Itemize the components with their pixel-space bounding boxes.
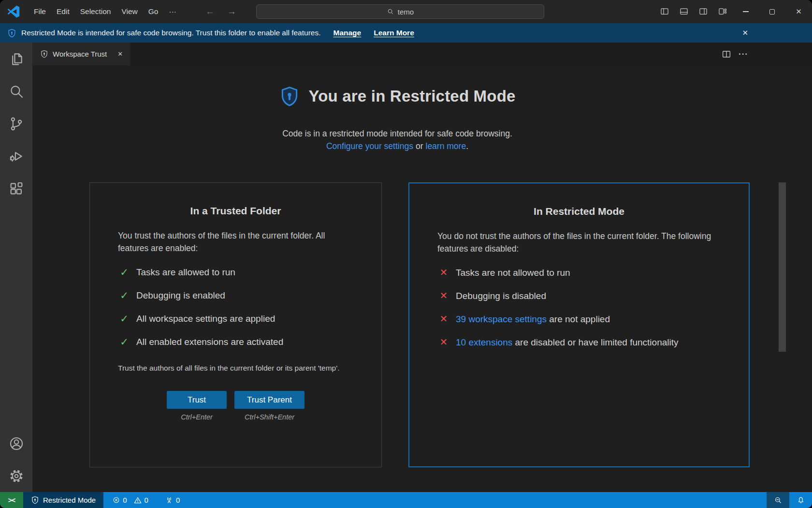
command-center-search[interactable]: temo [256,4,544,19]
zoom-out-status[interactable] [767,492,789,508]
customize-layout-icon[interactable] [713,0,732,23]
page-title: You are in Restricted Mode [308,87,515,105]
menu-edit[interactable]: Edit [51,5,75,18]
x-icon: ✕ [437,289,450,302]
banner-message: Restricted Mode is intended for safe cod… [21,29,320,37]
status-bar: >< Restricted Mode 0 0 [0,492,812,508]
workspace-settings-link[interactable]: 39 workspace settings [456,314,547,324]
trusted-folder-panel: In a Trusted Folder You trust the author… [89,182,382,467]
maximize-button[interactable] [759,0,785,23]
search-value: temo [398,8,414,16]
warning-icon [133,496,142,505]
restricted-mode-label: Restricted Mode [43,496,96,504]
trust-button[interactable]: Trust [167,391,227,409]
nav-forward-icon[interactable]: → [221,6,243,17]
menu-more-icon[interactable]: ··· [163,5,182,18]
list-item: ✓ All workspace settings are applied [118,312,353,326]
explorer-icon[interactable] [0,43,32,75]
hero-header: You are in Restricted Mode [32,86,762,107]
error-count: 0 [123,496,127,504]
configure-settings-link[interactable]: Configure your settings [326,141,413,151]
restricted-feature-list: ✕ Tasks are not allowed to run ✕ Debuggi… [437,266,721,349]
problems-status[interactable]: 0 0 [109,492,155,508]
menu-file[interactable]: File [29,5,51,18]
extensions-icon[interactable] [0,172,32,205]
trust-shortcut: Ctrl+Enter [181,413,213,421]
error-icon [112,496,120,504]
bell-icon [797,496,805,505]
settings-gear-icon[interactable] [0,460,32,492]
minimize-button[interactable] [732,0,759,23]
shield-lock-icon [279,86,300,107]
x-icon: ✕ [437,336,450,349]
page-subtitle: Code is in a restricted mode intended fo… [32,127,762,152]
search-icon [387,8,394,15]
list-item: ✕ 10 extensions are disabled or have lim… [437,336,721,349]
trust-buttons: Trust Ctrl+Enter Trust Parent Ctrl+Shift… [118,391,353,421]
warning-count: 0 [145,496,148,504]
split-editor-icon[interactable] [721,49,732,60]
remote-icon: >< [8,496,15,504]
more-actions-icon[interactable]: ··· [739,49,748,59]
toggle-panel-icon[interactable] [674,0,694,23]
trusted-panel-description: You trust the authors of the files in th… [118,229,353,254]
list-item: ✓ Tasks are allowed to run [118,266,353,279]
trusted-panel-footer: Trust the authors of all files in the cu… [118,362,353,374]
accounts-icon[interactable] [0,427,32,460]
subtitle-line2: Configure your settingsorlearn more. [32,140,762,152]
x-icon: ✕ [437,313,450,326]
window-controls: ✕ [655,0,812,23]
notifications-status[interactable] [789,492,812,508]
restricted-mode-panel: In Restricted Mode You do not trust the … [408,182,750,467]
list-item: ✓ All enabled extensions are activated [118,335,353,349]
shield-icon [40,50,48,58]
menu-bar: File Edit Selection View Go ··· [29,5,182,18]
vscode-window: File Edit Selection View Go ··· ← → temo [0,0,812,508]
radio-tower-icon [165,496,174,505]
shield-icon [7,29,16,38]
manage-link[interactable]: Manage [333,29,361,37]
search-sidebar-icon[interactable] [0,75,32,107]
ports-count: 0 [176,496,180,504]
vscode-logo-icon [7,5,20,18]
editor-tab-bar: Workspace Trust ✕ ··· [32,43,812,65]
menu-view[interactable]: View [116,5,143,18]
menu-selection[interactable]: Selection [75,5,116,18]
tab-workspace-trust[interactable]: Workspace Trust ✕ [32,43,130,65]
remote-indicator[interactable]: >< [0,492,23,508]
trust-parent-shortcut: Ctrl+Shift+Enter [245,413,294,421]
restricted-panel-title: In Restricted Mode [437,206,721,217]
nav-back-icon[interactable]: ← [199,6,221,17]
tab-label: Workspace Trust [53,50,107,58]
trusted-panel-title: In a Trusted Folder [118,205,353,217]
trusted-feature-list: ✓ Tasks are allowed to run ✓ Debugging i… [118,266,353,349]
learn-more-link[interactable]: Learn More [374,29,414,37]
list-item: ✓ Debugging is enabled [118,289,353,302]
menu-go[interactable]: Go [143,5,164,18]
x-icon: ✕ [437,266,450,279]
banner-close-icon[interactable]: ✕ [742,23,748,43]
status-bar-spacer [183,492,767,508]
extensions-link[interactable]: 10 extensions [456,337,512,347]
ports-status[interactable]: 0 [162,492,183,508]
zoom-out-icon [774,496,783,505]
trust-parent-button[interactable]: Trust Parent [234,391,304,409]
check-icon: ✓ [118,335,130,348]
run-debug-icon[interactable] [0,140,32,172]
learn-more-inline-link[interactable]: learn more [426,141,466,151]
list-item: ✕ 39 workspace settings are not applied [437,313,721,326]
restricted-mode-status[interactable]: Restricted Mode [23,492,103,508]
editor-actions: ··· [721,43,748,65]
check-icon: ✓ [118,266,130,279]
check-icon: ✓ [118,312,130,325]
workspace-trust-editor: You are in Restricted Mode Code is in a … [32,65,812,492]
check-icon: ✓ [118,289,130,302]
editor-scrollbar[interactable] [779,182,786,352]
source-control-icon[interactable] [0,107,32,140]
activity-bar [0,43,32,492]
restricted-panel-description: You do not trust the authors of the file… [437,230,720,255]
close-window-button[interactable]: ✕ [785,0,812,23]
tab-close-icon[interactable]: ✕ [116,49,124,59]
toggle-primary-sidebar-icon[interactable] [655,0,674,23]
toggle-secondary-sidebar-icon[interactable] [694,0,713,23]
